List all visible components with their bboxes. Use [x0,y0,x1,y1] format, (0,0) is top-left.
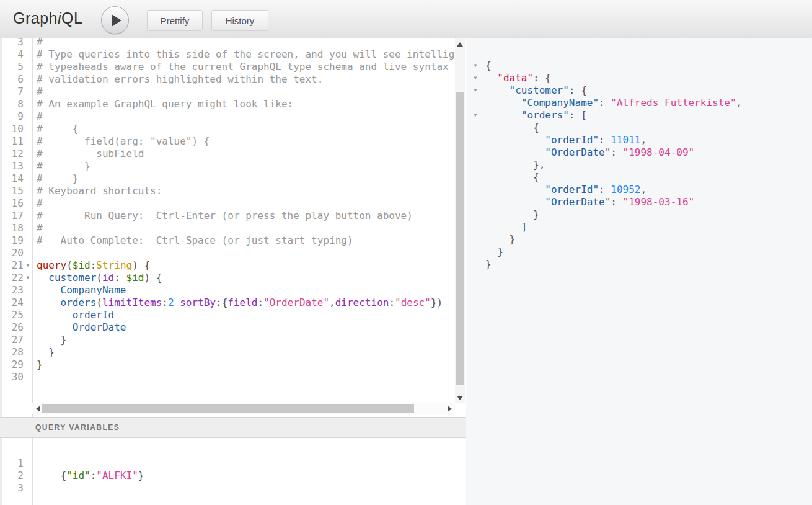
code-token: # [37,38,43,48]
code-line[interactable]: 26 OrderDate [0,321,455,334]
code-line[interactable]: 9# [0,110,455,123]
fold-gutter [24,98,32,110]
app-logo: GraphiQL [13,9,82,27]
line-number: 1 [0,457,24,470]
code-line[interactable]: 5# typeaheads aware of the current Graph… [0,61,455,73]
code-line[interactable]: 3 [0,482,466,494]
scroll-right-arrow-icon[interactable] [445,404,454,413]
code-line[interactable]: 3# [0,38,455,48]
code-token: id [102,272,114,284]
history-button[interactable]: History [211,10,268,31]
fold-arrow-icon[interactable]: ▼ [24,272,32,284]
code-line[interactable]: 13# } [0,160,455,172]
scroll-down-arrow-icon[interactable] [455,393,465,402]
vertical-scrollbar[interactable] [455,38,465,403]
code-line[interactable]: "OrderDate": "1998-03-16" [466,196,812,208]
line-number: 21 [0,259,24,272]
fold-arrow-icon[interactable]: ▼ [466,72,481,84]
query-variables-header[interactable]: QUERY VARIABLES [0,417,466,438]
scroll-up-arrow-icon[interactable] [455,40,465,48]
code-text: # typeaheads aware of the current GraphQ… [32,61,455,73]
code-token: } [485,208,539,220]
code-line[interactable]: ▼ "orders": [ [466,109,812,122]
code-token [37,297,61,308]
code-line[interactable]: 23 CompanyName [0,284,455,297]
line-number: 13 [0,160,24,172]
code-line[interactable]: 24 orders(limitItems:2 sortBy:{field:"Or… [0,297,455,309]
code-line[interactable]: } [466,233,812,246]
line-number: 19 [0,235,24,247]
code-text: { [481,171,539,184]
code-text: } [481,208,539,221]
code-line[interactable]: }, [466,159,812,171]
line-number: 28 [0,346,24,359]
code-token: ( [96,297,102,308]
code-line[interactable]: { [466,171,812,184]
code-line[interactable]: "orderId": 11011, [466,134,812,146]
code-line[interactable]: 18# [0,222,455,235]
code-line[interactable]: ▼{ [466,60,812,72]
code-line[interactable]: 6# validation errors highlighted within … [0,73,455,86]
fold-arrow-icon[interactable]: ▼ [466,60,481,72]
prettify-button[interactable]: Prettify [147,10,203,31]
code-line[interactable]: } [466,258,812,270]
fold-arrow-icon[interactable]: ▼ [466,109,481,122]
fold-gutter [466,146,481,159]
query-code-lines[interactable]: 3#4# Type queries into this side of the … [0,38,455,383]
code-line[interactable]: "orderId": 10952, [466,184,812,196]
code-line[interactable]: 25 orderId [0,309,455,321]
fold-arrow-icon[interactable]: ▼ [24,259,32,272]
code-line[interactable]: ] [466,221,812,233]
code-line[interactable]: ▼ "data": { [466,72,812,84]
code-line[interactable]: { [466,122,812,134]
code-line[interactable]: 20 [0,247,455,259]
fold-gutter [466,221,481,233]
code-token: { [485,122,539,133]
variables-editor[interactable]: 12 {"id":"ALFKI"}3 [0,438,466,505]
code-line[interactable]: "OrderDate": "1998-04-09" [466,146,812,159]
code-line[interactable]: 4# Type queries into this side of the sc… [0,48,455,61]
code-line[interactable]: "CompanyName": "Alfreds Futterkiste", [466,97,812,109]
code-token: "OrderDate" [263,297,329,308]
code-line[interactable]: 16# [0,197,455,210]
code-text: {"id":"ALFKI"} [32,470,144,482]
horizontal-scrollbar[interactable] [32,403,455,414]
query-editor[interactable]: 3#4# Type queries into this side of the … [0,38,466,417]
code-line[interactable]: 30 [0,371,455,383]
code-line[interactable]: 1 [0,457,466,470]
code-line[interactable]: ▼ "customer": { [466,84,812,97]
code-line[interactable]: 15# Keyboard shortcuts: [0,185,455,197]
variables-code-lines[interactable]: 12 {"id":"ALFKI"}3 [0,457,466,494]
code-line[interactable]: 8# An example GraphQL query might look l… [0,98,455,110]
code-line[interactable]: 22▼ customer(id: $id) { [0,272,455,284]
code-line[interactable]: 29} [0,359,455,371]
code-token: ] [485,221,527,233]
fold-gutter [24,73,32,86]
horizontal-scrollbar-thumb[interactable] [42,404,414,413]
fold-gutter [24,197,32,210]
vertical-scrollbar-thumb[interactable] [456,92,464,385]
fold-arrow-icon[interactable]: ▼ [466,84,481,97]
execute-query-button[interactable] [101,6,129,34]
code-line[interactable]: } [466,246,812,258]
code-token: { [37,470,66,481]
code-line[interactable]: 7# [0,86,455,98]
code-line[interactable]: 17# Run Query: Ctrl-Enter (or press the … [0,210,455,222]
code-line[interactable]: 12# subField [0,148,455,160]
fold-gutter [24,309,32,321]
code-line[interactable]: 2 {"id":"ALFKI"} [0,470,466,482]
code-text [32,482,37,494]
result-viewer[interactable]: ▼{▼ "data": {▼ "customer": { "CompanyNam… [466,38,812,505]
code-line[interactable]: 11# field(arg: "value") { [0,135,455,148]
code-line[interactable]: 27 } [0,334,455,346]
code-line[interactable]: } [466,208,812,221]
code-line[interactable]: 19# Auto Complete: Ctrl-Space (or just s… [0,235,455,247]
result-code-lines[interactable]: ▼{▼ "data": {▼ "customer": { "CompanyNam… [466,60,812,270]
code-token: "CompanyName" [521,97,599,109]
scroll-left-arrow-icon[interactable] [33,404,42,413]
fold-gutter [24,135,32,148]
code-line[interactable]: 14# } [0,172,455,185]
code-line[interactable]: 10# { [0,123,455,135]
code-line[interactable]: 28 } [0,346,455,359]
code-line[interactable]: 21▼query($id:String) { [0,259,455,272]
